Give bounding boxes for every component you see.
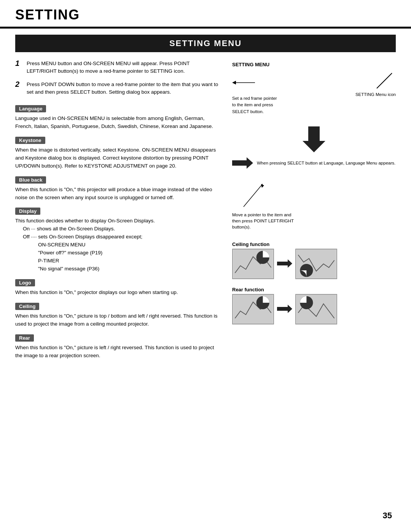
rear-function-area: Rear function [232, 287, 396, 324]
right-column: SETTING MENU Set a red frame pointer to … [228, 60, 396, 362]
ceiling-box-before [232, 249, 274, 279]
step-1-text: Press MENU button and ON-SCREEN MENU wil… [27, 60, 221, 75]
rear-section: Rear When this function is "On," picture… [15, 331, 221, 360]
down-arrow-svg [301, 126, 327, 153]
ceiling-section: Ceiling When this function is "On," pict… [15, 299, 221, 328]
ceiling-box-after [295, 249, 337, 279]
logo-body: When this function is "On," projector di… [15, 289, 221, 297]
rear-box-after [295, 294, 337, 324]
display-section: Display This function decides whether to… [15, 204, 221, 273]
step-1: 1 Press MENU button and ON-SCREEN MENU w… [15, 60, 221, 75]
red-frame-caption-area: Set a red frame pointer to the item and … [232, 71, 348, 115]
ceiling-function-area: Ceiling function [232, 241, 396, 279]
ceiling-arrow-svg [277, 259, 292, 268]
language-caption: When pressing SELECT button at Language,… [257, 160, 395, 166]
setting-menu-icon-label: SETTING Menu icon [355, 91, 396, 97]
rear-func-row [232, 294, 396, 324]
rear-before-svg [233, 295, 273, 324]
setting-icon-area: SETTING Menu icon [355, 71, 396, 97]
keystone-tag: Keystone [15, 137, 45, 144]
page-title: SETTING [15, 7, 80, 22]
step-2: 2 Press POINT DOWN button to move a red-… [15, 81, 221, 96]
two-col-layout: 1 Press MENU button and ON-SCREEN MENU w… [15, 60, 396, 362]
svg-marker-4 [232, 157, 253, 169]
svg-marker-14 [277, 305, 292, 313]
rear-tag: Rear [15, 334, 34, 342]
svg-marker-1 [232, 81, 236, 85]
right-arrow-lang-svg [232, 157, 253, 169]
blue-back-tag: Blue back [15, 176, 46, 184]
blue-back-body: When this function is "On," this project… [15, 186, 221, 202]
rear-box-before [232, 294, 274, 324]
ceiling-func-row [232, 249, 396, 279]
setting-menu-diagram: SETTING MENU Set a red frame pointer to … [232, 60, 396, 115]
keystone-body: When the image is distorted vertically, … [15, 146, 221, 170]
ceiling-body: When this function is "On," picture is t… [15, 312, 221, 328]
svg-marker-6 [261, 184, 264, 188]
move-pointer-svg [232, 180, 308, 211]
keystone-section: Keystone When the image is distorted ver… [15, 133, 221, 170]
red-frame-caption: Set a red frame pointer to the item and … [232, 95, 282, 115]
rear-arrow-svg [277, 305, 292, 313]
svg-marker-9 [277, 259, 292, 268]
rear-function-label: Rear function [232, 287, 396, 292]
section-header: SETTING MENU [15, 35, 396, 52]
setting-menu-svg [232, 71, 293, 94]
step-2-number: 2 [15, 80, 27, 89]
down-arrow-area [232, 126, 396, 154]
display-tag: Display [15, 208, 40, 215]
language-tag: Language [15, 105, 46, 112]
display-body: This function decides whether to display… [15, 217, 221, 273]
rear-after-svg [296, 295, 336, 324]
ceiling-after-svg [296, 249, 336, 278]
ceiling-function-label: Ceiling function [232, 241, 396, 247]
move-pointer-caption: Move a pointer to the item and then pres… [232, 212, 301, 230]
function-diagrams: Ceiling function [232, 241, 396, 324]
left-column: 1 Press MENU button and ON-SCREEN MENU w… [15, 60, 228, 362]
svg-line-5 [244, 184, 263, 207]
svg-marker-3 [303, 126, 325, 152]
language-body: Language used in ON-SCREEN MENU is selec… [15, 115, 221, 131]
ceiling-before-svg [233, 249, 273, 278]
page-number: 35 [383, 511, 392, 521]
rear-arrow [277, 305, 292, 314]
logo-section: Logo When this function is "On," project… [15, 275, 221, 297]
language-section: Language Language used in ON-SCREEN MENU… [15, 101, 221, 131]
move-pointer-section: Move a pointer to the item and then pres… [232, 180, 396, 230]
rear-body: When this function is "On," picture is l… [15, 344, 221, 360]
step-2-text: Press POINT DOWN button to move a red-fr… [27, 81, 221, 96]
language-menu-area: When pressing SELECT button at Language,… [232, 157, 396, 169]
ceiling-arrow [277, 259, 292, 269]
svg-line-2 [377, 73, 392, 88]
logo-tag: Logo [15, 279, 35, 286]
page-title-bar: SETTING [0, 0, 411, 28]
setting-icon-svg [373, 71, 396, 90]
setting-menu-label: SETTING MENU [232, 62, 396, 67]
main-content: SETTING MENU 1 Press MENU button and ON-… [0, 35, 411, 377]
blue-back-section: Blue back When this function is "On," th… [15, 173, 221, 202]
diag-row-top: Set a red frame pointer to the item and … [232, 71, 396, 115]
ceiling-tag: Ceiling [15, 303, 39, 310]
step-1-number: 1 [15, 59, 27, 68]
